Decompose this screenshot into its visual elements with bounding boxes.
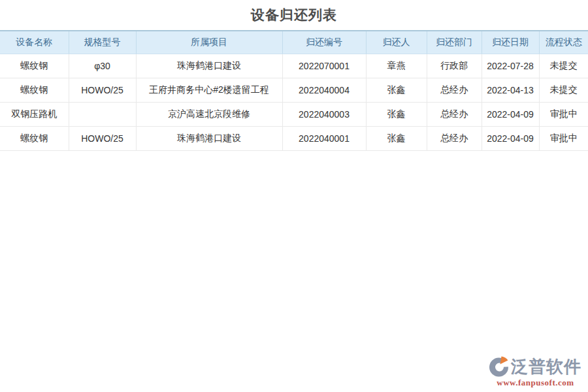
brand-website-link[interactable]: www.fanpusoft.com [489,378,581,388]
cell-spec-model [69,103,136,127]
cell-project: 珠海鹤港口建设 [136,127,282,151]
vendor-branding: 泛普软件 www.fanpusoft.com [489,355,581,388]
cell-return-date: 2022-04-09 [482,103,539,127]
cell-project: 珠海鹤港口建设 [136,54,282,78]
column-header-return-date: 归还日期 [482,31,539,54]
table-row[interactable]: 螺纹钢 φ30 珠海鹤港口建设 2022070001 章燕 行政部 2022-0… [0,54,588,78]
column-header-project: 所属项目 [136,31,282,54]
fanpu-logo-icon [489,355,510,377]
cell-equipment-name: 螺纹钢 [0,78,69,103]
cell-return-no: 2022070001 [282,54,366,78]
cell-return-date: 总经办 [427,127,482,151]
column-header-returner: 归还人 [366,31,427,54]
column-header-equipment-name: 设备名称 [0,31,69,54]
column-header-return-no: 归还编号 [282,31,366,54]
cell-flow-status: 未提交 [539,78,588,103]
cell-return-no: 2022040004 [282,78,366,103]
cell-equipment-name: 螺纹钢 [0,127,69,151]
brand-name: 泛普软件 [511,358,581,375]
table-row[interactable]: 螺纹钢 HOWO/25 珠海鹤港口建设 2022040001 张鑫 总经办 20… [0,127,588,151]
cell-return-date: 2022-04-09 [482,127,539,151]
table-row[interactable]: 双钢压路机 京沪高速北京段维修 2022040003 张鑫 总经办 2022-0… [0,103,588,127]
cell-equipment-name: 螺纹钢 [0,54,69,78]
cell-spec-model: HOWO/25 [69,127,136,151]
cell-equipment-name: 双钢压路机 [0,103,69,127]
column-header-spec-model: 规格型号 [69,31,136,54]
column-header-flow-status: 流程状态 [539,31,588,54]
cell-project: 京沪高速北京段维修 [136,103,282,127]
cell-returner: 张鑫 [366,103,427,127]
cell-flow-status: 审批中 [539,103,588,127]
cell-return-date: 2022-07-28 [482,54,539,78]
cell-return-no: 2022040003 [282,103,366,127]
brand-logo-row: 泛普软件 [489,355,581,377]
cell-return-no: 2022040001 [282,127,366,151]
page-title: 设备归还列表 [0,0,588,30]
equipment-return-page: 设备归还列表 设备名称 规格型号 所属项目 归还编号 归还人 归还部门 归还日期… [0,0,588,392]
cell-project: 王府井商务中心#2楼遗留工程 [136,78,282,103]
table-header-row: 设备名称 规格型号 所属项目 归还编号 归还人 归还部门 归还日期 流程状态 [0,31,588,54]
cell-returner: 张鑫 [366,78,427,103]
cell-returner: 张鑫 [366,127,427,151]
cell-return-dept: 总经办 [427,78,482,103]
cell-returner: 章燕 [366,54,427,78]
equipment-return-table: 设备名称 规格型号 所属项目 归还编号 归还人 归还部门 归还日期 流程状态 螺… [0,30,588,151]
cell-spec-model: HOWO/25 [69,78,136,103]
cell-return-dept: 总经办 [427,103,482,127]
column-header-return-dept: 归还部门 [427,31,482,54]
cell-flow-status: 审批中 [539,127,588,151]
cell-return-dept: 行政部 [427,54,482,78]
cell-spec-model: φ30 [69,54,136,78]
cell-flow-status: 未提交 [539,54,588,78]
cell-return-date: 2022-04-13 [482,78,539,103]
table-row[interactable]: 螺纹钢 HOWO/25 王府井商务中心#2楼遗留工程 2022040004 张鑫… [0,78,588,103]
